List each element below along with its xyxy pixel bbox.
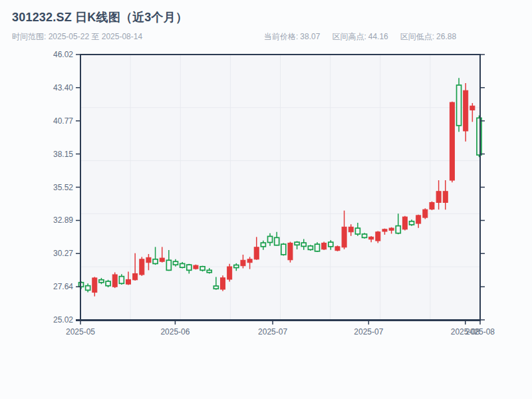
candle-2025-08-05[interactable] bbox=[430, 201, 434, 210]
candle-body bbox=[140, 259, 144, 275]
candle-body bbox=[396, 226, 400, 233]
x-axis-label: 2025-07 bbox=[258, 327, 287, 336]
y-axis-label: 25.02 bbox=[53, 315, 73, 325]
candle-body bbox=[247, 259, 252, 263]
kline-canvas[interactable]: 25.0227.6430.2732.8935.5238.1540.7743.40… bbox=[0, 0, 532, 399]
stat-range-high: 区间高点:44.16 bbox=[332, 31, 390, 43]
candle-body bbox=[207, 270, 211, 272]
candle-2025-06-17[interactable] bbox=[194, 265, 198, 270]
candle-2025-07-30[interactable] bbox=[402, 216, 407, 231]
candle-body bbox=[99, 280, 104, 283]
y-axis-label: 46.02 bbox=[53, 50, 73, 59]
candle-body bbox=[133, 273, 138, 279]
candle-body bbox=[213, 286, 218, 289]
page-title: 301232.SZ 日K线图（近3个月） bbox=[12, 9, 188, 25]
candle-2025-08-08[interactable] bbox=[450, 102, 454, 183]
x-axis-label: 2025-07 bbox=[354, 327, 383, 336]
candle-2025-07-04[interactable] bbox=[281, 243, 286, 255]
candle-body bbox=[355, 228, 360, 234]
candle-body bbox=[315, 244, 320, 251]
candle-body bbox=[464, 90, 468, 131]
candle-body bbox=[402, 217, 407, 229]
candle-body bbox=[241, 260, 245, 265]
candle-body bbox=[200, 267, 205, 271]
kline-chart: 25.0227.6430.2732.8935.5238.1540.7743.40… bbox=[0, 0, 532, 399]
candle-body bbox=[180, 263, 185, 267]
candle-body bbox=[86, 286, 90, 291]
candle-body bbox=[221, 278, 225, 289]
candle-body bbox=[389, 228, 394, 230]
candle-body bbox=[342, 227, 346, 247]
candle-body bbox=[443, 192, 448, 203]
candle-body bbox=[416, 215, 421, 223]
candle-body bbox=[470, 106, 475, 110]
candle-body bbox=[174, 261, 178, 265]
candle-2025-08-11[interactable] bbox=[457, 78, 462, 132]
y-axis-label: 32.89 bbox=[53, 215, 73, 225]
candle-body bbox=[376, 232, 380, 241]
candle-2025-05-29[interactable] bbox=[112, 273, 117, 289]
y-axis-label: 38.15 bbox=[53, 150, 73, 159]
candle-body bbox=[410, 221, 414, 225]
candle-body bbox=[369, 237, 374, 239]
x-axis-label: 2025-08 bbox=[466, 327, 495, 336]
candle-body bbox=[335, 247, 340, 251]
y-axis-label: 30.27 bbox=[53, 249, 73, 258]
candle-2025-06-18[interactable] bbox=[200, 266, 205, 272]
candle-body bbox=[166, 260, 171, 270]
stats-row: 当前价格:38.07 区间高点:44.16 区间低点:26.88 bbox=[264, 31, 458, 43]
candle-body bbox=[423, 209, 428, 217]
candle-body bbox=[106, 281, 110, 286]
y-axis-label: 27.64 bbox=[53, 282, 73, 291]
candle-body bbox=[160, 258, 164, 261]
candle-body bbox=[227, 267, 232, 279]
candle-body bbox=[382, 229, 387, 231]
candle-2025-07-16[interactable] bbox=[335, 245, 340, 251]
candle-2025-07-14[interactable] bbox=[322, 242, 327, 250]
candle-2025-07-10[interactable] bbox=[308, 245, 313, 251]
candle-body bbox=[436, 192, 441, 203]
candle-body bbox=[112, 275, 117, 287]
candle-body bbox=[261, 243, 265, 247]
candle-body bbox=[329, 242, 333, 247]
candle-2025-07-22[interactable] bbox=[362, 233, 367, 239]
candle-body bbox=[234, 265, 239, 268]
candle-2025-08-04[interactable] bbox=[423, 208, 428, 219]
candle-2025-06-05[interactable] bbox=[140, 257, 144, 276]
stat-range-low: 区间低点:26.88 bbox=[400, 31, 458, 43]
candle-body bbox=[457, 85, 462, 126]
candle-body bbox=[187, 265, 192, 270]
y-axis-label: 35.52 bbox=[53, 183, 73, 192]
candle-2025-05-28[interactable] bbox=[106, 280, 110, 287]
candle-2025-06-23[interactable] bbox=[221, 275, 225, 291]
candle-2025-07-11[interactable] bbox=[315, 242, 320, 252]
y-axis-label: 40.77 bbox=[53, 116, 73, 126]
candle-body bbox=[450, 102, 454, 180]
candle-2025-06-24[interactable] bbox=[227, 264, 232, 282]
date-range-label: 时间范围: 2025-05-22 至 2025-08-14 bbox=[12, 31, 142, 43]
candle-body bbox=[301, 243, 306, 246]
candle-body bbox=[126, 279, 131, 284]
candle-body bbox=[295, 242, 299, 245]
candle-body bbox=[254, 247, 259, 259]
candle-body bbox=[146, 257, 151, 262]
candle-body bbox=[348, 227, 353, 231]
candle-body bbox=[268, 236, 273, 242]
candle-body bbox=[275, 237, 279, 245]
candle-body bbox=[308, 246, 313, 250]
candle-body bbox=[430, 202, 434, 209]
x-axis-label: 2025-06 bbox=[160, 327, 190, 336]
candle-body bbox=[288, 243, 293, 259]
y-axis-label: 43.40 bbox=[53, 83, 73, 92]
candle-body bbox=[322, 243, 327, 249]
candle-body bbox=[362, 234, 367, 237]
stat-current-price: 当前价格:38.07 bbox=[264, 31, 322, 43]
candle-body bbox=[119, 277, 124, 284]
x-axis-label: 2025-05 bbox=[66, 327, 95, 336]
candle-body bbox=[194, 265, 198, 269]
candle-body bbox=[153, 259, 158, 264]
candle-body bbox=[281, 244, 286, 255]
candle-body bbox=[92, 278, 97, 293]
candle-2025-07-07[interactable] bbox=[288, 242, 293, 263]
